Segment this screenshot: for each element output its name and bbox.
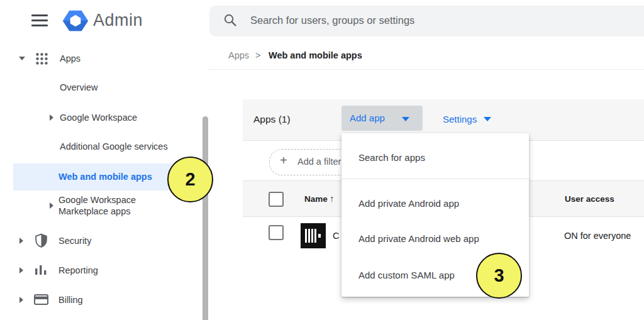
menu-item-add-private-android-web-app[interactable]: Add private Android web app (358, 233, 479, 244)
credit-card-icon (34, 294, 48, 308)
chevron-right-icon[interactable] (19, 267, 23, 273)
chevron-right-icon[interactable] (50, 202, 53, 209)
menu-item-add-private-android-app[interactable]: Add private Android app (358, 198, 459, 209)
user-access-cell: ON for everyone (564, 231, 631, 241)
sidebar-item-marketplace-apps[interactable]: Google Workspace Marketplace apps (58, 194, 158, 217)
chevron-right-icon[interactable] (19, 238, 23, 244)
sidebar-item-google-workspace[interactable]: Google Workspace (60, 113, 137, 123)
app-name-cell[interactable]: C (333, 231, 339, 241)
column-header-name[interactable]: Name (304, 194, 328, 204)
chevron-right-icon[interactable] (19, 297, 23, 303)
app-title: Admin (93, 11, 143, 30)
shield-icon (34, 233, 48, 250)
menu-item-search-for-apps[interactable]: Search for apps (358, 152, 425, 163)
chevron-right-icon[interactable] (50, 114, 53, 121)
apps-grid-icon (36, 53, 48, 67)
chevron-down-icon (484, 117, 491, 121)
bar-chart-icon (35, 265, 47, 279)
sidebar-item-billing[interactable]: Billing (58, 295, 83, 305)
select-all-checkbox[interactable] (269, 192, 284, 207)
sidebar-item-additional-google-services[interactable]: Additional Google services (60, 141, 168, 152)
hamburger-menu-icon[interactable] (31, 14, 48, 26)
annotation-step-2-badge: 2 (167, 157, 213, 202)
annotation-step-3-badge: 3 (476, 253, 522, 299)
sidebar-item-reporting[interactable]: Reporting (58, 265, 98, 275)
search-icon (223, 13, 237, 30)
chevron-down-icon[interactable] (19, 57, 25, 60)
add-app-label[interactable]: Add app (350, 113, 385, 123)
google-admin-logo-icon (62, 8, 89, 36)
sort-ascending-icon[interactable]: ↑ (330, 193, 335, 204)
breadcrumb-current: Web and mobile apps (269, 50, 362, 60)
breadcrumb-separator-icon: > (255, 50, 260, 60)
sidebar-scrollbar[interactable] (203, 116, 208, 320)
plus-icon: + (280, 153, 287, 168)
app-logo-icon (301, 223, 326, 248)
admin-console-page: Admin Search for users, groups or settin… (0, 0, 644, 320)
sidebar-item-overview[interactable]: Overview (60, 82, 97, 92)
add-filter-label[interactable]: Add a filter (297, 157, 341, 167)
row-checkbox[interactable] (269, 225, 284, 240)
apps-count-title: Apps (1) (253, 114, 291, 125)
header-divider (208, 69, 644, 70)
search-placeholder[interactable]: Search for users, groups or settings (250, 14, 414, 26)
menu-item-add-custom-saml-app[interactable]: Add custom SAML app (358, 270, 455, 280)
settings-button[interactable]: Settings (443, 114, 477, 124)
sidebar-item-web-and-mobile-apps[interactable]: Web and mobile apps (58, 172, 152, 182)
sidebar-item-security[interactable]: Security (58, 236, 91, 246)
menu-divider (341, 179, 529, 179)
column-header-user-access[interactable]: User access (565, 194, 614, 204)
sidebar-item-apps[interactable]: Apps (60, 53, 80, 63)
breadcrumb-parent[interactable]: Apps (228, 50, 249, 60)
chevron-down-icon (402, 117, 409, 121)
